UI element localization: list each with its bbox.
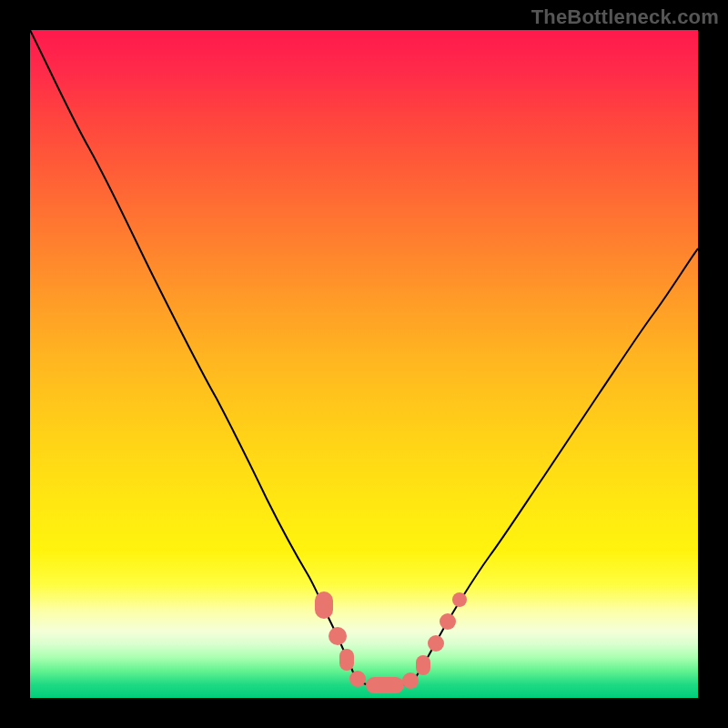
chart-frame: TheBottleneck.com — [0, 0, 728, 728]
marker-6 — [402, 672, 419, 689]
right-curve-path — [414, 248, 698, 680]
marker-10 — [452, 592, 467, 607]
marker-9 — [440, 613, 456, 630]
plot-area — [30, 30, 698, 698]
curves-layer — [30, 30, 698, 698]
marker-5 — [366, 677, 404, 693]
marker-2 — [329, 627, 347, 645]
marker-1 — [315, 592, 333, 619]
markers — [315, 592, 467, 693]
marker-8 — [428, 635, 444, 652]
left-curve-path — [30, 30, 356, 680]
marker-4 — [349, 671, 366, 687]
marker-7 — [416, 655, 430, 675]
left-curve — [30, 30, 356, 680]
watermark-text: TheBottleneck.com — [531, 5, 719, 29]
right-curve — [414, 248, 698, 680]
marker-3 — [339, 649, 354, 671]
